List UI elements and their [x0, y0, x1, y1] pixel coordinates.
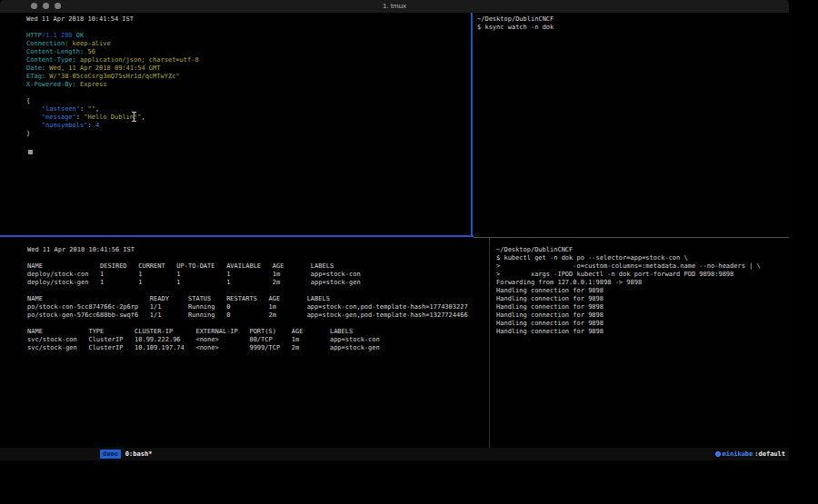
terminal-line: po/stock-con-5cc874766c-2p6rp 1/1 Runnin… [27, 303, 516, 311]
pane-ksync-watch[interactable]: ~/Desktop/DublinCNCF$ ksync watch -n dok [474, 13, 793, 238]
terminal-line [26, 24, 498, 32]
terminal-line: "lastseen": "", [26, 105, 498, 114]
terminal-line: Content-Type: application/json; charset=… [26, 56, 498, 64]
tmux-status-bar: demo 0:bash* minikube :default [0, 448, 789, 460]
terminal-line: po/stock-gen-576cc688bb-swqf6 1/1 Runnin… [27, 311, 516, 320]
terminal-window: 1. tmux Wed 11 Apr 2018 10:41:54 ISTHTTP… [0, 0, 789, 461]
terminal-line: X-Powered-By: Express [26, 81, 498, 89]
kube-context-name: minikube [723, 450, 753, 458]
active-pane-border-horizontal[interactable] [0, 235, 474, 237]
terminal-line: svc/stock-gen ClusterIP 10.109.197.74 <n… [27, 344, 516, 352]
terminal-line: Handling connection for 9898 [496, 328, 794, 336]
tmux-window-tab[interactable]: 0:bash* [125, 450, 153, 458]
terminal-line: $ kubectl get -n dok po --selector=app=s… [496, 254, 794, 262]
pane-border-vertical[interactable] [489, 238, 490, 448]
terminal-line: Handling connection for 9898 [496, 303, 794, 311]
terminal-line: Handling connection for 9898 [496, 295, 794, 303]
terminal-line: NAME TYPE CLUSTER-IP EXTERNAL-IP PORT(S)… [27, 328, 516, 336]
terminal-line: } [26, 130, 498, 138]
terminal-line [26, 89, 498, 97]
terminal-line: Content-Length: 56 [26, 48, 498, 56]
terminal-block-cursor [28, 150, 33, 154]
pane-http-response[interactable]: Wed 11 Apr 2018 10:41:54 ISTHTTP/1.1 200… [0, 13, 498, 238]
terminal-line: "message": "Hello Dublin!", [26, 114, 498, 122]
terminal-line: deploy/stock-gen 1 1 1 1 2m app=stock-ge… [27, 279, 516, 287]
terminal-line: svc/stock-con ClusterIP 10.99.222.96 <no… [27, 336, 516, 344]
pane-border-horizontal[interactable] [474, 237, 789, 238]
pane-kubectl-resources[interactable]: Wed 11 Apr 2018 10:41:56 ISTNAME DESIRED… [0, 238, 516, 455]
terminal-line [27, 287, 516, 295]
terminal-line: ETag: W/"38-05coCsrg3mQ75sHr1d/qcMTwYZc" [26, 73, 498, 81]
window-title: 1. tmux [0, 0, 789, 13]
terminal-line: Connection: keep-alive [26, 40, 498, 48]
terminal-line: Wed 11 Apr 2018 10:41:56 IST [27, 246, 516, 254]
active-pane-border-vertical[interactable] [471, 13, 473, 236]
terminal-line: deploy/stock-con 1 1 1 1 1m app=stock-co… [27, 271, 516, 279]
terminal-line: Handling connection for 9898 [496, 320, 794, 328]
terminal-line: Date: Wed, 11 Apr 2018 09:41:54 GMT [26, 64, 498, 73]
terminal-line: Handling connection for 9898 [496, 311, 794, 320]
terminal-line [27, 320, 516, 328]
terminal-line: Wed 11 Apr 2018 10:41:54 IST [26, 15, 498, 24]
terminal-line: $ ksync watch -n dok [477, 24, 793, 32]
terminal-line: NAME READY STATUS RESTARTS AGE LABELS [27, 295, 516, 303]
terminal-line [27, 254, 516, 262]
kube-context-namespace: :default [754, 450, 785, 458]
mouse-cursor [132, 112, 136, 122]
kubernetes-icon [715, 451, 721, 457]
terminal-line: "numsymbols": 4 [26, 122, 498, 130]
terminal-line: > -o=custom-columns=:metadata.name --no-… [496, 262, 794, 271]
terminal-line: Forwarding from 127.0.0.1:9898 -> 9898 [496, 279, 794, 287]
terminal-line: > xargs -IPOD kubectl -n dok port-forwar… [496, 271, 794, 279]
pane-port-forward[interactable]: ~/Desktop/DublinCNCF$ kubectl get -n dok… [491, 238, 794, 455]
window-titlebar[interactable]: 1. tmux [0, 0, 789, 13]
status-right-group: minikube :default [715, 450, 785, 458]
terminal-line: { [26, 97, 498, 105]
terminal-line: Handling connection for 9898 [496, 287, 794, 295]
terminal-line: ~/Desktop/DublinCNCF [477, 15, 793, 24]
terminal-line: NAME DESIRED CURRENT UP-TO-DATE AVAILABL… [27, 262, 516, 271]
terminal-line: ~/Desktop/DublinCNCF [496, 246, 794, 254]
session-name-badge: demo [100, 450, 121, 459]
terminal-line: HTTP/1.1 200 OK [26, 32, 498, 40]
